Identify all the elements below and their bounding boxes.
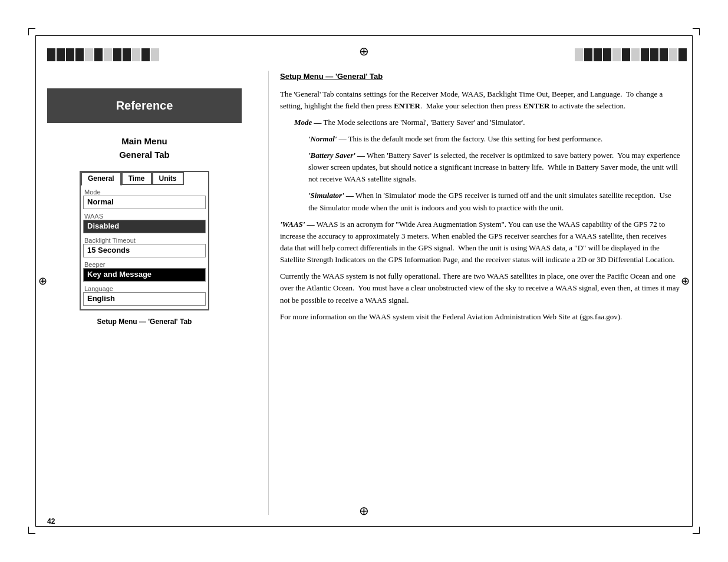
section-title: Setup Menu — 'General' Tab <box>280 71 681 82</box>
language-value[interactable]: English <box>83 292 206 306</box>
reference-box: Reference <box>47 88 242 123</box>
panel-divider <box>268 71 269 515</box>
tab-time[interactable]: Time <box>121 172 152 185</box>
header-pattern-right <box>575 48 681 61</box>
beeper-label: Beeper <box>81 259 208 268</box>
border-bottom <box>35 526 693 527</box>
mode-value[interactable]: Normal <box>83 196 206 209</box>
waas-paragraph-2: Currently the WAAS system is not fully o… <box>280 270 681 306</box>
waas-label: WAAS <box>81 211 208 220</box>
reference-label: Reference <box>116 99 173 112</box>
right-panel: Setup Menu — 'General' Tab The 'General'… <box>280 71 681 515</box>
left-panel: Reference Main Menu General Tab General … <box>47 71 242 515</box>
left-crosshair: ⊕ <box>38 275 47 287</box>
setup-caption: Setup Menu — 'General' Tab <box>47 318 242 326</box>
corner-mark-tr <box>693 28 700 35</box>
header-crosshair: ⊕ <box>359 44 369 58</box>
tab-general[interactable]: General <box>81 172 121 186</box>
border-right <box>692 35 693 527</box>
menu-title-line2: General Tab <box>47 148 242 162</box>
tab-bar: General Time Units <box>81 172 208 185</box>
waas-value[interactable]: Disabled <box>83 220 206 233</box>
right-crosshair: ⊕ <box>681 275 690 287</box>
backlight-value[interactable]: 15 Seconds <box>83 244 206 257</box>
waas-paragraph-1: 'WAAS' — WAAS is an acronym for "Wide Ar… <box>280 219 681 266</box>
normal-paragraph: 'Normal' — This is the default mode set … <box>308 133 681 145</box>
beeper-value[interactable]: Key and Message <box>83 268 206 282</box>
intro-paragraph: The 'General' Tab contains settings for … <box>280 88 681 112</box>
tab-units[interactable]: Units <box>152 172 184 185</box>
backlight-label: Backlight Timeout <box>81 235 208 244</box>
simulator-paragraph: 'Simulator' — When in 'Simulator' mode t… <box>308 190 681 213</box>
header-pattern-left <box>47 48 153 61</box>
mode-paragraph: Mode — The Mode selections are 'Normal',… <box>294 117 681 128</box>
menu-title: Main Menu General Tab <box>47 135 242 161</box>
waas-paragraph-3: For more information on the WAAS system … <box>280 311 681 323</box>
page-number: 42 <box>47 517 55 525</box>
corner-mark-br <box>693 527 700 534</box>
battery-paragraph: 'Battery Saver' — When 'Battery Saver' i… <box>308 150 681 185</box>
general-tab-menu: General Time Units Mode Normal WAAS Disa… <box>80 171 209 310</box>
border-top <box>35 35 693 36</box>
language-label: Language <box>81 283 208 292</box>
corner-mark-tl <box>28 28 35 35</box>
menu-title-line1: Main Menu <box>47 135 242 148</box>
mode-label: Mode <box>81 187 208 196</box>
border-left <box>35 35 36 527</box>
corner-mark-bl <box>28 527 35 534</box>
